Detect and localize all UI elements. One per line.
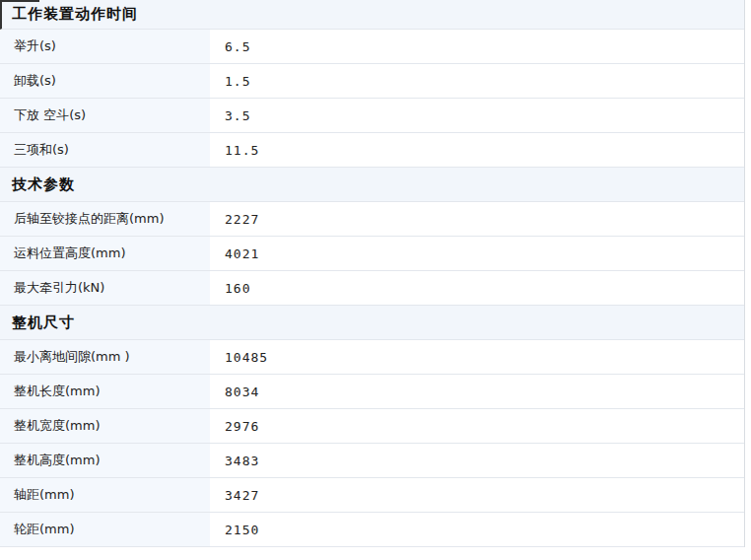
section-header-row: 工作装置动作时间 (0, 0, 744, 30)
section-title: 技术参数 (12, 175, 75, 194)
spec-row: 三项和(s)11.5 (0, 133, 744, 168)
spec-label: 运料位置高度(mm) (0, 237, 210, 270)
spec-label: 举升(s) (0, 30, 210, 63)
spec-value: 2227 (210, 202, 744, 236)
spec-row: 整机长度(mm)8034 (0, 375, 744, 409)
spec-label: 最小离地间隙(mm ) (0, 340, 210, 374)
spec-label: 整机长度(mm) (0, 375, 210, 408)
spec-value: 4021 (210, 237, 744, 270)
section-header-row: 整机尺寸 (0, 306, 744, 340)
spec-label: 后轴至铰接点的距离(mm) (0, 202, 210, 236)
spec-label: 最大牵引力(kN) (0, 271, 210, 305)
spec-label: 三项和(s) (0, 133, 210, 167)
spec-label: 下放 空斗(s) (0, 99, 210, 132)
spec-row: 后轴至铰接点的距离(mm)2227 (0, 202, 744, 237)
spec-label: 整机高度(mm) (0, 444, 210, 477)
spec-label: 整机宽度(mm) (0, 409, 210, 443)
spec-row: 整机高度(mm)3483 (0, 444, 744, 478)
section-header-row: 技术参数 (0, 168, 744, 202)
spec-value: 2150 (210, 513, 744, 546)
spec-row: 运料位置高度(mm)4021 (0, 237, 744, 271)
spec-value: 3483 (210, 444, 744, 477)
spec-value: 10485 (210, 340, 744, 374)
spec-value: 3427 (210, 478, 744, 512)
spec-value: 11.5 (210, 133, 744, 167)
section-title: 工作装置动作时间 (12, 5, 138, 24)
spec-table: 工作装置动作时间举升(s)6.5卸载(s)1.5下放 空斗(s)3.5三项和(s… (0, 0, 745, 547)
spec-value: 160 (210, 271, 744, 305)
spec-value: 8034 (210, 375, 744, 408)
spec-value: 2976 (210, 409, 744, 443)
spec-value: 1.5 (210, 64, 744, 98)
spec-label: 轴距(mm) (0, 478, 210, 512)
spec-row: 最小离地间隙(mm )10485 (0, 340, 744, 375)
section-title: 整机尺寸 (12, 314, 75, 332)
spec-label: 轮距(mm) (0, 513, 210, 546)
spec-row: 卸载(s)1.5 (0, 64, 744, 99)
spec-row: 整机宽度(mm)2976 (0, 409, 744, 444)
spec-label: 卸载(s) (0, 64, 210, 98)
spec-row: 下放 空斗(s)3.5 (0, 99, 744, 133)
spec-value: 6.5 (210, 30, 744, 63)
spec-row: 轮距(mm)2150 (0, 513, 744, 547)
spec-value: 3.5 (210, 99, 744, 132)
corner-accent (0, 0, 39, 2)
spec-row: 举升(s)6.5 (0, 30, 744, 64)
spec-page: 工作装置动作时间举升(s)6.5卸载(s)1.5下放 空斗(s)3.5三项和(s… (0, 0, 751, 560)
spec-row: 最大牵引力(kN)160 (0, 271, 744, 306)
spec-row: 轴距(mm)3427 (0, 478, 744, 513)
